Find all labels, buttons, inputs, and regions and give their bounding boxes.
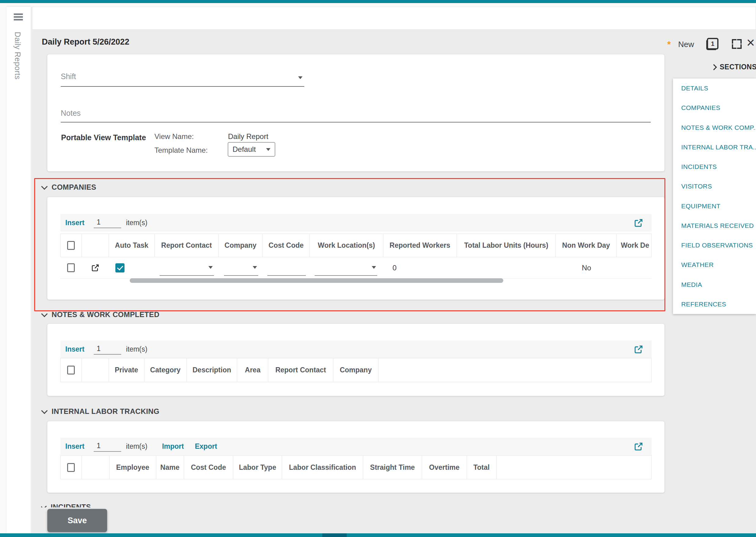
select-all-checkbox[interactable] (67, 241, 75, 250)
sections-item-weather[interactable]: WEATHER (673, 255, 756, 274)
items-label: item(s) (126, 219, 147, 227)
company-cell (218, 257, 262, 278)
notes-table-header: Private Category Description Area Report… (60, 358, 652, 382)
items-label: item(s) (126, 345, 147, 353)
incidents-section-clipped: INCIDENTS (41, 503, 163, 507)
col-auto-task: Auto Task (109, 234, 155, 257)
sections-item-references[interactable]: REFERENCES (673, 295, 756, 314)
top-accent-bar (0, 0, 756, 3)
notes-section-header[interactable]: NOTES & WORK COMPLETED (42, 310, 159, 319)
col-name: Name (156, 456, 184, 479)
labor-card: Insert 1 item(s) Import Export Employee … (47, 421, 664, 493)
work-description-cell[interactable] (617, 257, 652, 278)
export-button[interactable]: Export (195, 442, 217, 451)
sections-item-internal-labor-tracking[interactable]: INTERNAL LABOR TRA.. (673, 138, 756, 157)
details-card: Shift Notes Portable View Template View … (47, 54, 664, 171)
sections-item-materials-received[interactable]: MATERIALS RECEIVED (673, 216, 756, 235)
horizontal-scrollbar-thumb[interactable] (130, 278, 503, 283)
template-name-label: Template Name: (154, 146, 208, 154)
labor-section-title: INTERNAL LABOR TRACKING (52, 407, 159, 416)
insert-button[interactable]: Insert (65, 219, 85, 227)
row-actions-cell (82, 358, 109, 382)
insert-count-input[interactable]: 1 (94, 344, 121, 355)
total-labor-units-cell[interactable] (457, 257, 556, 278)
col-total-labor-units: Total Labor Units (Hours) (457, 234, 556, 257)
left-drawer: Daily Reports (6, 7, 31, 537)
sections-item-notes-work-completed[interactable]: NOTES & WORK COMP.. (673, 118, 756, 138)
open-row-icon[interactable] (91, 263, 100, 272)
work-locations-select[interactable] (315, 264, 377, 276)
companies-section-header[interactable]: COMPANIES (42, 183, 96, 191)
col-employee: Employee (110, 456, 156, 479)
sections-item-details[interactable]: DETAILS (673, 78, 756, 98)
template-dropdown-caret-icon (266, 148, 270, 151)
insert-button[interactable]: Insert (65, 345, 85, 353)
open-in-new-icon[interactable] (633, 441, 644, 452)
sections-item-incidents[interactable]: INCIDENTS (673, 157, 756, 177)
sections-item-media[interactable]: MEDIA (673, 275, 756, 295)
menu-icon[interactable] (14, 14, 23, 21)
col-report-contact: Report Contact (268, 358, 333, 382)
chevron-down-icon (41, 503, 47, 507)
template-name-select[interactable]: Default (228, 142, 275, 157)
open-in-new-icon[interactable] (633, 344, 644, 355)
col-straight-time: Straight Time (363, 456, 422, 479)
bottom-scrollbar[interactable] (0, 533, 756, 537)
close-icon[interactable]: × (746, 35, 755, 50)
notes-input[interactable] (61, 122, 651, 122)
shift-select[interactable] (61, 86, 304, 87)
select-all-cell (61, 234, 82, 257)
items-label: item(s) (126, 442, 147, 451)
drawer-title: Daily Reports (13, 32, 22, 80)
page-title: Daily Report 5/26/2022 (42, 37, 130, 47)
auto-task-cell (109, 257, 154, 278)
col-description: Description (187, 358, 238, 382)
sections-panel: DETAILS COMPANIES NOTES & WORK COMP.. IN… (673, 78, 756, 314)
shift-dropdown-caret-icon[interactable] (298, 76, 302, 79)
col-labor-type: Labor Type (233, 456, 282, 479)
sections-item-visitors[interactable]: VISITORS (673, 177, 756, 196)
sections-item-equipment[interactable]: EQUIPMENT (673, 196, 756, 216)
sections-item-field-observations[interactable]: FIELD OBSERVATIONS (673, 235, 756, 255)
view-name-value: Daily Report (228, 132, 268, 141)
notes-section-title: NOTES & WORK COMPLETED (52, 310, 159, 319)
labor-section-header[interactable]: INTERNAL LABOR TRACKING (42, 407, 159, 416)
insert-count-input[interactable]: 1 (94, 441, 121, 452)
sections-panel-title: SECTIONS (720, 63, 756, 71)
new-button[interactable]: New (678, 40, 694, 49)
auto-task-checkbox-checked[interactable] (115, 263, 125, 272)
company-select[interactable] (224, 264, 258, 276)
fullscreen-icon[interactable] (732, 39, 742, 49)
open-in-new-icon[interactable] (633, 218, 644, 228)
report-contact-select[interactable] (160, 264, 214, 276)
chevron-down-icon (41, 407, 48, 414)
single-view-icon[interactable]: 1 (706, 37, 719, 51)
row-open-cell (82, 257, 109, 278)
select-all-checkbox[interactable] (67, 463, 75, 472)
sections-item-companies[interactable]: COMPANIES (673, 98, 756, 118)
row-select-cell (60, 257, 82, 278)
template-name-value: Default (233, 145, 266, 154)
save-button[interactable]: Save (47, 509, 107, 532)
insert-count-input[interactable]: 1 (94, 218, 121, 228)
insert-button[interactable]: Insert (65, 442, 85, 451)
labor-table-header: Employee Name Cost Code Labor Type Labor… (60, 455, 652, 479)
col-filler (378, 358, 651, 382)
reported-workers-cell[interactable]: 0 (383, 257, 457, 278)
col-cost-code: Cost Code (262, 234, 310, 257)
report-contact-cell (154, 257, 218, 278)
incidents-section-header: INCIDENTS (41, 503, 163, 507)
col-filler (497, 456, 651, 479)
non-work-day-cell[interactable]: No (556, 257, 617, 278)
labor-toolbar: Insert 1 item(s) Import Export (60, 438, 652, 455)
companies-card: Insert 1 item(s) Auto Task Report Contac… (47, 197, 664, 300)
row-checkbox[interactable] (67, 263, 75, 272)
incidents-section-title: INCIDENTS (51, 503, 91, 507)
import-button[interactable]: Import (162, 442, 184, 451)
bottom-scrollbar-thumb[interactable] (322, 533, 347, 537)
sections-panel-header[interactable]: SECTIONS (712, 63, 756, 71)
col-company: Company (218, 234, 262, 257)
chevron-down-icon (41, 310, 48, 317)
cost-code-input[interactable] (267, 264, 306, 276)
select-all-checkbox[interactable] (67, 366, 75, 375)
